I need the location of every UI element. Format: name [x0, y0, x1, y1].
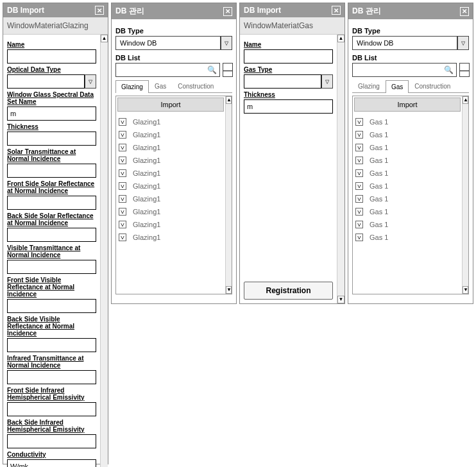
list-item[interactable]: VGlazing1 [117, 192, 224, 205]
field-input[interactable] [7, 164, 96, 178]
scroll-up-icon[interactable]: ▲ [463, 96, 468, 104]
field-input[interactable] [7, 299, 96, 313]
close-icon[interactable]: ✕ [95, 6, 104, 15]
close-icon[interactable]: ✕ [460, 7, 469, 16]
field-label: Optical Data Type [7, 66, 96, 73]
list-scrollbar[interactable]: ▲ ▼ [462, 96, 468, 294]
list-item[interactable]: VGlazing1 [117, 141, 224, 154]
scroll-down-icon[interactable]: ▼ [463, 286, 468, 294]
field-input[interactable] [7, 106, 96, 121]
dropdown-icon[interactable]: ▽ [457, 36, 469, 50]
search-icon[interactable]: 🔍 [207, 65, 217, 74]
scroll-up-icon[interactable]: ▲ [337, 35, 344, 42]
dbtype-select[interactable]: Window DB [115, 36, 221, 50]
list-item[interactable]: VGas 1 [354, 115, 461, 128]
checkbox-icon[interactable]: V [355, 157, 363, 164]
checkbox-icon[interactable]: V [355, 221, 363, 228]
panel-subtitle: WindowMateriatGlazing [3, 17, 108, 35]
field-input[interactable] [7, 459, 96, 467]
field-input[interactable] [7, 370, 96, 384]
scrollbar[interactable]: ▲ ▼ [100, 35, 108, 467]
field-input[interactable] [7, 402, 96, 416]
checkbox-icon[interactable]: V [119, 157, 126, 164]
field-input[interactable] [7, 49, 96, 64]
close-icon[interactable]: ✕ [223, 7, 232, 16]
checkbox-icon[interactable]: V [355, 144, 363, 151]
field-input[interactable] [244, 74, 321, 89]
checkbox-icon[interactable]: V [355, 169, 363, 177]
panel-header: DB Import ✕ [3, 3, 108, 17]
checkbox-icon[interactable]: V [119, 144, 126, 151]
list-item[interactable]: VGlazing1 [117, 231, 224, 244]
list-item[interactable]: VGas 1 [354, 231, 461, 244]
field-input[interactable] [244, 49, 333, 64]
field-input[interactable] [7, 260, 96, 274]
dropdown-icon[interactable]: ▽ [85, 74, 96, 89]
list-item[interactable]: VGlazing1 [117, 167, 224, 180]
checkbox-icon[interactable]: V [119, 182, 126, 190]
field-input[interactable] [7, 338, 96, 352]
checkbox-icon[interactable]: V [355, 234, 363, 241]
field-input[interactable] [7, 74, 85, 89]
panel-header: DB 관리 ✕ [112, 3, 236, 19]
checkbox-icon[interactable]: V [119, 131, 126, 139]
checkbox-icon[interactable]: V [355, 131, 363, 139]
list-item[interactable]: VGlazing1 [117, 115, 224, 128]
scrollbar[interactable]: ▲ ▼ [337, 35, 344, 303]
item-label: Glazing1 [133, 131, 160, 139]
list-item[interactable]: VGas 1 [354, 180, 461, 192]
field-input[interactable] [7, 228, 96, 242]
checkbox-icon[interactable]: V [119, 208, 126, 216]
scroll-down-icon[interactable]: ▼ [226, 286, 232, 294]
checkbox-icon[interactable]: V [119, 169, 126, 177]
list-item[interactable]: VGlazing1 [117, 218, 224, 231]
item-label: Glazing1 [133, 221, 160, 228]
list-item[interactable]: VGas 1 [354, 205, 461, 218]
tab-gas[interactable]: Gas [149, 80, 172, 92]
checkbox-icon[interactable]: V [119, 195, 126, 203]
field-label: Visible Transmittance at Normal Incidenc… [7, 244, 96, 259]
list-item[interactable]: VGas 1 [354, 128, 461, 141]
scroll-up-icon[interactable]: ▲ [101, 35, 108, 42]
list-item[interactable]: VGas 1 [354, 167, 461, 180]
search-input[interactable] [355, 65, 444, 75]
list-item[interactable]: VGas 1 [354, 192, 461, 205]
tab-glazing[interactable]: Glazing [352, 80, 386, 92]
tab-construction[interactable]: Construction [172, 80, 219, 92]
registration-button[interactable]: Registration [244, 282, 333, 300]
dropdown-icon[interactable]: ▽ [321, 74, 333, 89]
list-item[interactable]: VGlazing1 [117, 205, 224, 218]
list-item[interactable]: VGas 1 [354, 218, 461, 231]
checkbox-icon[interactable]: V [119, 221, 126, 228]
list-item[interactable]: VGas 1 [354, 141, 461, 154]
checkbox-icon[interactable]: V [355, 118, 363, 126]
list-item[interactable]: VGlazing1 [117, 180, 224, 192]
list-item[interactable]: VGlazing1 [117, 154, 224, 167]
scroll-up-icon[interactable]: ▲ [226, 96, 232, 104]
tab-construction[interactable]: Construction [409, 80, 456, 92]
field-input[interactable] [7, 434, 96, 448]
field-input[interactable] [7, 132, 96, 146]
checkbox-icon[interactable]: V [355, 208, 363, 216]
field-label: Back Side Infrared Hemispherical Emissiv… [7, 419, 96, 433]
checkbox-icon[interactable]: V [119, 234, 126, 241]
list-scrollbar[interactable]: ▲ ▼ [225, 96, 232, 294]
checkbox-icon[interactable]: V [355, 195, 363, 203]
checkbox-icon[interactable]: V [355, 182, 363, 190]
checkbox-icon[interactable]: V [119, 118, 126, 126]
tab-glazing[interactable]: Glazing [115, 80, 149, 93]
field-input[interactable] [7, 196, 96, 210]
search-icon[interactable]: 🔍 [444, 65, 454, 74]
tab-gas[interactable]: Gas [386, 80, 409, 93]
collapse-button[interactable]: — [459, 63, 470, 77]
close-icon[interactable]: ✕ [332, 6, 341, 15]
dropdown-icon[interactable]: ▽ [221, 36, 232, 50]
search-input[interactable] [119, 65, 207, 75]
scroll-down-icon[interactable]: ▼ [337, 296, 344, 303]
panel-title: DB 관리 [352, 6, 381, 17]
dbtype-select[interactable]: Window DB [352, 36, 457, 50]
list-item[interactable]: VGas 1 [354, 154, 461, 167]
list-item[interactable]: VGlazing1 [117, 128, 224, 141]
field-input[interactable] [244, 99, 333, 114]
collapse-button[interactable]: — [223, 63, 233, 77]
